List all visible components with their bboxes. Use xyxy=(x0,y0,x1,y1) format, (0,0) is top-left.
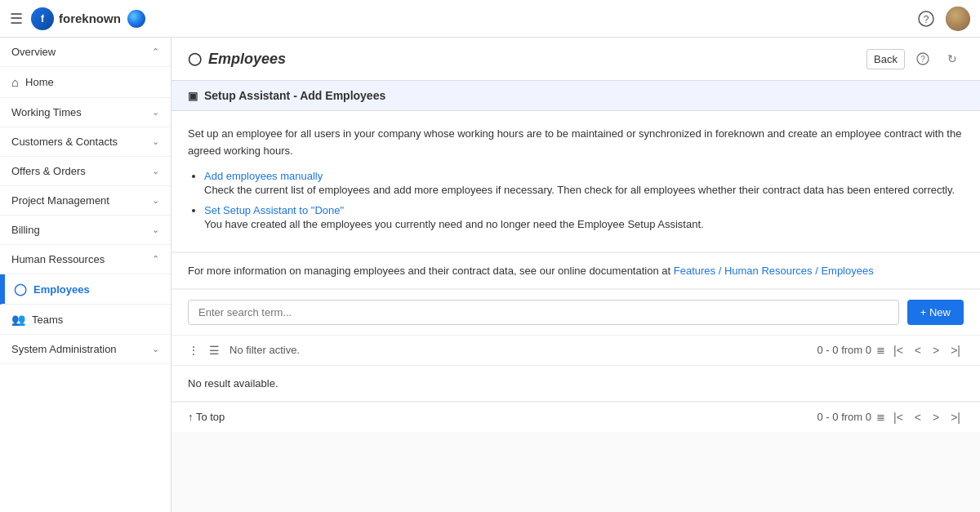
sort-icon[interactable]: ≣ xyxy=(876,344,885,356)
table-footer: ↑ To top 0 - 0 from 0 ≣ |< < > >| xyxy=(172,402,980,432)
filter-icon[interactable]: ☰ xyxy=(209,344,220,357)
toolbar-right: 0 - 0 from 0 ≣ |< < > >| xyxy=(817,342,964,358)
sidebar-section-working-times[interactable]: Working Times ⌄ xyxy=(0,98,171,127)
chevron-down-icon-3: ⌄ xyxy=(152,166,159,176)
sidebar-section-project-management[interactable]: Project Management ⌄ xyxy=(0,186,171,216)
page-help-icon[interactable]: ? xyxy=(911,47,934,70)
info-list: Add employees manually Check the current… xyxy=(188,170,964,230)
sidebar-section-overview[interactable]: Overview ⌃ xyxy=(0,38,171,67)
page-header: ◯ Employees Back ? ↻ xyxy=(172,38,980,81)
add-employees-sub-text: Check the current list of employees and … xyxy=(204,184,964,196)
sidebar-section-sysadmin-label: System Administration xyxy=(11,343,117,355)
doc-link[interactable]: Features / Human Resources / Employees xyxy=(674,265,874,277)
svg-text:?: ? xyxy=(924,13,929,24)
sidebar-item-home[interactable]: ⌂ Home xyxy=(0,67,171,98)
prev-page-icon[interactable]: < xyxy=(911,342,924,358)
group-icon: 👥 xyxy=(11,313,25,326)
page-title: ◯ Employees xyxy=(188,51,286,68)
pagination-text: 0 - 0 from 0 xyxy=(817,344,871,356)
back-button[interactable]: Back xyxy=(866,49,905,69)
sidebar-section-customers-label: Customers & Contacts xyxy=(11,136,118,148)
info-box: Set up an employee for all users in your… xyxy=(172,111,980,252)
next-page-icon[interactable]: > xyxy=(929,342,942,358)
sidebar-section-human-resources[interactable]: Human Ressources ⌃ xyxy=(0,245,171,274)
set-done-sub-text: You have created all the employees you c… xyxy=(204,218,964,230)
footer-sort-icon[interactable]: ≣ xyxy=(876,411,885,423)
chevron-up-icon: ⌃ xyxy=(152,47,159,57)
logo-icon: f xyxy=(31,7,54,30)
setup-assistant-banner: ▣ Setup Assistant - Add Employees xyxy=(172,81,980,111)
chevron-down-icon: ⌄ xyxy=(152,107,159,118)
search-input[interactable] xyxy=(188,300,899,325)
sidebar-item-employees-label: Employees xyxy=(33,283,90,296)
add-employees-manually-link[interactable]: Add employees manually xyxy=(204,170,323,182)
setup-banner-label: Setup Assistant - Add Employees xyxy=(204,89,385,102)
logo-orb-decoration xyxy=(127,10,145,28)
user-avatar[interactable] xyxy=(946,7,970,31)
home-icon: ⌂ xyxy=(11,75,19,89)
sidebar: Overview ⌃ ⌂ Home Working Times ⌄ Custom… xyxy=(0,38,172,512)
sidebar-section-overview-label: Overview xyxy=(11,46,56,58)
sidebar-section-billing[interactable]: Billing ⌄ xyxy=(0,216,171,245)
to-top-button[interactable]: ↑ To top xyxy=(188,411,225,423)
page-title-text: Employees xyxy=(208,51,286,68)
help-icon[interactable]: ? xyxy=(915,7,938,30)
svg-text:?: ? xyxy=(920,55,925,64)
active-indicator xyxy=(2,274,5,304)
app-name: foreknown xyxy=(59,11,121,25)
page-header-actions: Back ? ↻ xyxy=(866,47,964,70)
filter-status-text: No filter active. xyxy=(229,344,300,356)
sidebar-section-customers-contacts[interactable]: Customers & Contacts ⌄ xyxy=(0,127,171,157)
sidebar-section-project-label: Project Management xyxy=(11,194,109,207)
content-area: ◯ Employees Back ? ↻ ▣ Setup xyxy=(172,38,980,512)
footer-next-page-icon[interactable]: > xyxy=(929,409,942,425)
first-page-icon[interactable]: |< xyxy=(890,342,906,358)
chevron-down-icon-2: ⌄ xyxy=(152,136,159,147)
sidebar-item-teams-label: Teams xyxy=(32,314,63,326)
footer-last-page-icon[interactable]: >| xyxy=(947,409,964,425)
sidebar-item-teams[interactable]: 👥 Teams xyxy=(0,305,171,335)
set-setup-assistant-done-link[interactable]: Set Setup Assistant to "Done" xyxy=(204,204,344,216)
more-options-icon[interactable]: ⋮ xyxy=(188,344,199,357)
sidebar-section-offers-orders[interactable]: Offers & Orders ⌄ xyxy=(0,157,171,186)
refresh-icon[interactable]: ↻ xyxy=(941,47,964,70)
sidebar-section-system-admin[interactable]: System Administration ⌄ xyxy=(0,335,171,364)
footer-first-page-icon[interactable]: |< xyxy=(890,409,906,425)
avatar-image xyxy=(946,7,970,31)
setup-banner-icon: ▣ xyxy=(188,90,198,102)
new-button[interactable]: + New xyxy=(907,300,964,325)
search-bar-box: + New xyxy=(172,290,980,336)
list-item: Set Setup Assistant to "Done" You have c… xyxy=(204,204,964,230)
footer-prev-page-icon[interactable]: < xyxy=(911,409,924,425)
sidebar-item-employees[interactable]: ◯ Employees xyxy=(0,274,171,305)
top-nav: ☰ f foreknown ? xyxy=(0,0,980,38)
table-toolbar: ⋮ ☰ No filter active. 0 - 0 from 0 ≣ |< … xyxy=(172,336,980,366)
app-logo: f foreknown xyxy=(31,7,145,30)
no-result-box: No result available. xyxy=(172,366,980,402)
person-circle-icon: ◯ xyxy=(14,283,27,296)
footer-right: 0 - 0 from 0 ≣ |< < > >| xyxy=(817,409,964,425)
list-item: Add employees manually Check the current… xyxy=(204,170,964,196)
sidebar-section-offers-label: Offers & Orders xyxy=(11,165,86,177)
chevron-down-icon-5: ⌄ xyxy=(152,225,159,235)
chevron-down-icon-4: ⌄ xyxy=(152,195,159,206)
hamburger-menu-icon[interactable]: ☰ xyxy=(10,10,23,28)
chevron-down-icon-6: ⌄ xyxy=(152,344,159,354)
last-page-icon[interactable]: >| xyxy=(947,342,964,358)
employees-page-icon: ◯ xyxy=(188,51,202,66)
footer-pagination-text: 0 - 0 from 0 xyxy=(817,411,871,423)
sidebar-section-working-times-label: Working Times xyxy=(11,106,82,118)
sidebar-section-billing-label: Billing xyxy=(11,224,40,236)
sidebar-item-home-label: Home xyxy=(25,76,54,88)
chevron-up-icon-2: ⌃ xyxy=(152,254,159,265)
doc-link-box: For more information on managing employe… xyxy=(172,253,980,289)
doc-prefix-text: For more information on managing employe… xyxy=(188,265,670,277)
sidebar-section-hr-label: Human Ressources xyxy=(11,253,105,265)
no-result-text: No result available. xyxy=(188,377,278,390)
toolbar-left: ⋮ ☰ No filter active. xyxy=(188,344,300,357)
info-description: Set up an employee for all users in your… xyxy=(188,126,964,160)
